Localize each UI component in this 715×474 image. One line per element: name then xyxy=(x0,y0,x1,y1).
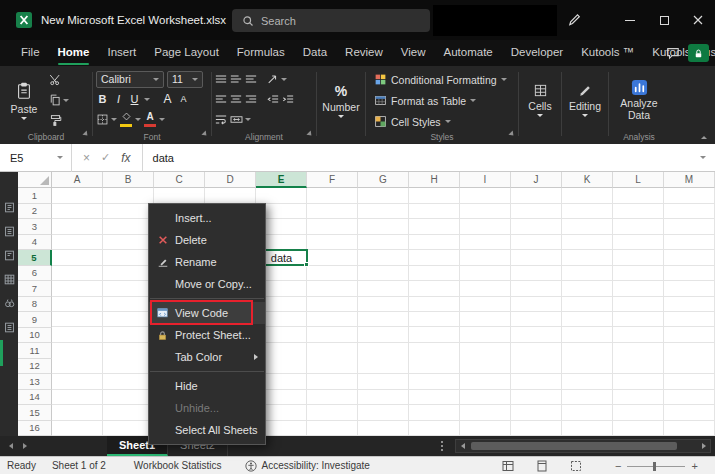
row-header-16[interactable]: 16 xyxy=(18,421,52,437)
collapse-ribbon-icon[interactable] xyxy=(701,136,707,139)
number-format-button[interactable]: % Number xyxy=(320,70,362,130)
row-header-5[interactable]: 5 xyxy=(18,250,52,266)
normal-view-icon[interactable] xyxy=(502,460,514,472)
row-header-6[interactable]: 6 xyxy=(18,266,52,282)
scroll-right-icon[interactable] xyxy=(697,443,710,449)
row-header-14[interactable]: 14 xyxy=(18,390,52,406)
cancel-button[interactable]: × xyxy=(83,151,90,165)
underline-button[interactable]: U xyxy=(128,93,141,105)
font-dialog-launcher[interactable] xyxy=(203,123,207,141)
column-header-B[interactable]: B xyxy=(103,172,154,188)
column-header-F[interactable]: F xyxy=(307,172,358,188)
editing-dropdown-icon[interactable] xyxy=(582,114,588,117)
context-menu-item-protect-sheet[interactable]: Protect Sheet... xyxy=(149,324,265,346)
align-center-button[interactable] xyxy=(230,94,242,105)
sidebar-pane-icon[interactable] xyxy=(4,322,15,333)
horizontal-scrollbar[interactable] xyxy=(455,439,711,453)
page-layout-view-icon[interactable] xyxy=(536,460,548,472)
workbook-statistics-button[interactable]: Workbook Statistics xyxy=(134,460,222,471)
context-menu-item-insert[interactable]: Insert... xyxy=(149,207,265,229)
borders-button[interactable] xyxy=(96,113,117,126)
align-bottom-button[interactable] xyxy=(245,74,257,85)
format-painter-button[interactable] xyxy=(49,114,69,127)
alignment-dialog-launcher[interactable] xyxy=(308,123,312,141)
sidebar-pane-icon[interactable] xyxy=(4,274,15,285)
paste-dropdown-icon[interactable] xyxy=(21,117,27,120)
expand-formula-bar-icon[interactable] xyxy=(700,156,706,159)
tab-developer[interactable]: Developer xyxy=(502,40,572,66)
tab-insert[interactable]: Insert xyxy=(98,40,145,66)
cells-button[interactable]: Cells xyxy=(522,70,558,130)
wrap-text-button[interactable] xyxy=(215,114,227,125)
column-header-H[interactable]: H xyxy=(409,172,460,188)
row-header-7[interactable]: 7 xyxy=(18,281,52,297)
sidebar-pane-icon[interactable] xyxy=(4,226,15,237)
tab-home[interactable]: Home xyxy=(49,40,99,66)
minimize-button[interactable] xyxy=(613,0,647,40)
column-header-L[interactable]: L xyxy=(613,172,664,188)
next-sheet-icon[interactable] xyxy=(23,443,27,449)
decrease-indent-button[interactable] xyxy=(267,94,279,105)
fill-color-button[interactable] xyxy=(120,112,132,127)
formula-input[interactable]: data xyxy=(143,152,174,164)
tab-page-layout[interactable]: Page Layout xyxy=(145,40,228,66)
orientation-button[interactable] xyxy=(267,74,287,85)
sidebar-pane-icon[interactable] xyxy=(4,250,15,261)
paste-button[interactable]: Paste xyxy=(3,70,45,130)
tab-area-splitter[interactable] xyxy=(441,441,443,451)
column-header-C[interactable]: C xyxy=(154,172,205,188)
scroll-left-icon[interactable] xyxy=(456,443,469,449)
search-box[interactable]: Search xyxy=(232,9,430,32)
cell-styles-button[interactable]: Cell Styles xyxy=(374,112,515,131)
font-color-dropdown-icon[interactable] xyxy=(159,118,165,121)
name-box[interactable]: E5 xyxy=(0,144,72,172)
zoom-out-icon[interactable]: − xyxy=(615,461,621,472)
tab-view[interactable]: View xyxy=(392,40,435,66)
enter-button[interactable]: ✓ xyxy=(101,151,110,164)
shrink-font-button[interactable]: A xyxy=(177,94,190,104)
excel-logo-icon[interactable] xyxy=(16,12,32,28)
copy-button[interactable] xyxy=(49,94,69,106)
merge-center-button[interactable] xyxy=(230,114,251,125)
row-header-10[interactable]: 10 xyxy=(18,328,52,344)
font-name-combo[interactable]: Calibri xyxy=(96,71,164,88)
fill-color-dropdown-icon[interactable] xyxy=(135,118,141,121)
column-header-K[interactable]: K xyxy=(562,172,613,188)
sidebar-pane-icon[interactable] xyxy=(4,298,15,309)
cut-button[interactable] xyxy=(49,73,69,86)
row-header-1[interactable]: 1 xyxy=(18,188,52,204)
row-header-4[interactable]: 4 xyxy=(18,235,52,251)
share-button[interactable] xyxy=(688,44,709,62)
zoom-slider-thumb[interactable] xyxy=(653,462,656,471)
sidebar-pane-icon[interactable] xyxy=(4,202,15,213)
zoom-slider[interactable] xyxy=(627,466,685,467)
conditional-formatting-button[interactable]: Conditional Formatting xyxy=(374,70,515,89)
insert-function-button[interactable]: fx xyxy=(121,151,130,165)
context-menu-item-move-or-copy[interactable]: Move or Copy... xyxy=(149,273,265,295)
tab-kutools[interactable]: Kutools ™ xyxy=(572,40,643,66)
select-all-corner[interactable] xyxy=(18,172,52,188)
font-size-combo[interactable]: 11 xyxy=(167,71,203,88)
maximize-button[interactable] xyxy=(647,0,681,40)
tab-file[interactable]: File xyxy=(12,40,49,66)
row-header-15[interactable]: 15 xyxy=(18,405,52,421)
column-header-D[interactable]: D xyxy=(205,172,256,188)
tab-data[interactable]: Data xyxy=(294,40,336,66)
accessibility-status[interactable]: Accessibility: Investigate xyxy=(245,460,369,472)
column-header-A[interactable]: A xyxy=(52,172,103,188)
bold-button[interactable]: B xyxy=(96,93,109,105)
column-header-M[interactable]: M xyxy=(664,172,715,188)
column-header-J[interactable]: J xyxy=(511,172,562,188)
row-header-8[interactable]: 8 xyxy=(18,297,52,313)
copy-dropdown-icon[interactable] xyxy=(63,99,69,102)
underline-dropdown-icon[interactable] xyxy=(144,98,150,101)
italic-button[interactable]: I xyxy=(112,93,125,105)
status-mode[interactable]: Ready xyxy=(7,460,36,471)
row-header-2[interactable]: 2 xyxy=(18,204,52,220)
page-break-preview-icon[interactable] xyxy=(570,460,582,472)
editing-button[interactable]: Editing xyxy=(565,70,605,130)
format-as-table-button[interactable]: Format as Table xyxy=(374,91,515,110)
row-header-12[interactable]: 12 xyxy=(18,359,52,375)
pen-icon[interactable] xyxy=(567,12,583,28)
fill-handle[interactable] xyxy=(304,262,309,267)
